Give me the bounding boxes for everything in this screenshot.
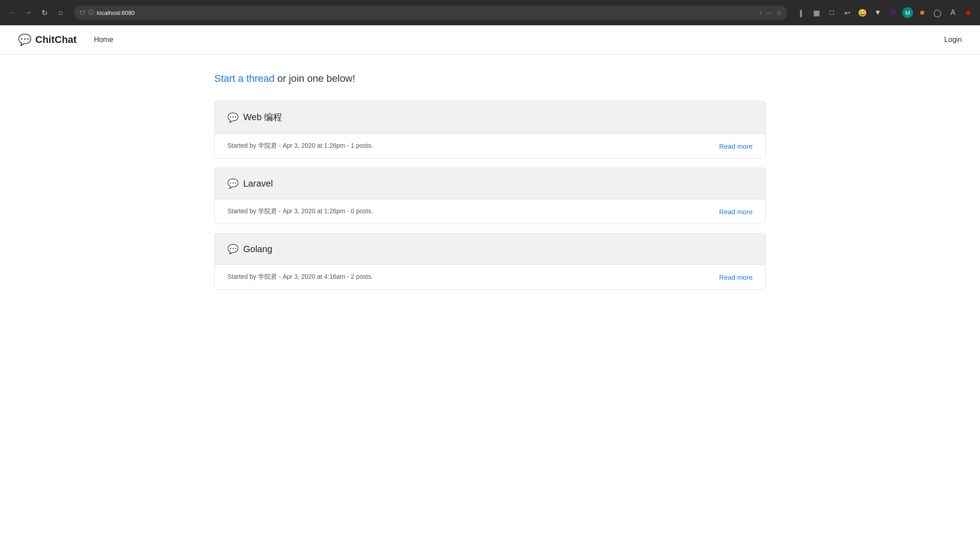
thread-chat-icon: 💬 bbox=[227, 178, 239, 189]
library-icon[interactable]: ‖ bbox=[795, 6, 807, 19]
dropdown-icon[interactable]: ▼ bbox=[872, 6, 884, 19]
onenote-icon[interactable]: N bbox=[887, 6, 900, 19]
thread-chat-icon: 💬 bbox=[227, 112, 239, 123]
start-thread-link[interactable]: Start a thread bbox=[214, 73, 274, 84]
chat-bubble-icon: 💬 bbox=[18, 33, 32, 46]
tagline-rest: or join one below! bbox=[274, 73, 355, 84]
read-more-link[interactable]: Read more bbox=[719, 273, 753, 281]
thread-title: Web 编程 bbox=[243, 111, 282, 123]
read-more-link[interactable]: Read more bbox=[719, 208, 753, 216]
bookmark-icon[interactable]: ☆ bbox=[776, 9, 782, 16]
forward-button[interactable]: → bbox=[22, 6, 34, 19]
thread-header: 💬 Laravel bbox=[215, 168, 765, 199]
thread-title: Laravel bbox=[243, 178, 273, 189]
undo-icon[interactable]: ↩ bbox=[841, 6, 853, 19]
read-more-link[interactable]: Read more bbox=[719, 142, 753, 150]
main-content: Start a thread or join one below! 💬 Web … bbox=[151, 55, 829, 317]
thread-meta: Started by 学院君 - Apr 3, 2020 at 1:26pm -… bbox=[227, 142, 373, 150]
more-icon[interactable]: ··· bbox=[766, 9, 772, 16]
thread-card: 💬 Golang Started by 学院君 - Apr 3, 2020 at… bbox=[214, 233, 766, 290]
reader-icon[interactable]: □ bbox=[825, 6, 838, 19]
circle-m-icon[interactable]: M bbox=[902, 7, 913, 18]
thread-footer: Started by 学院君 - Apr 3, 2020 at 1:26pm -… bbox=[215, 134, 765, 158]
login-link[interactable]: Login bbox=[944, 36, 962, 44]
back-button[interactable]: ← bbox=[5, 6, 18, 19]
app-header: 💬 ChitChat Home Login bbox=[0, 25, 980, 55]
address-actions: ⁝ ··· ☆ bbox=[760, 9, 782, 16]
thread-meta: Started by 学院君 - Apr 3, 2020 at 4:16am -… bbox=[227, 273, 373, 281]
nav-home-link[interactable]: Home bbox=[90, 34, 117, 46]
url-text: localhost:8080 bbox=[97, 9, 757, 16]
thread-meta: Started by 学院君 - Apr 3, 2020 at 1:26pm -… bbox=[227, 207, 373, 216]
thread-header: 💬 Golang bbox=[215, 234, 765, 265]
thread-title: Golang bbox=[243, 244, 273, 254]
thread-footer: Started by 学院君 - Apr 3, 2020 at 1:26pm -… bbox=[215, 199, 765, 224]
screenshot-icon[interactable]: ▦ bbox=[810, 6, 823, 19]
shield-icon: 🛡 bbox=[80, 9, 85, 16]
grid-icon[interactable]: ⁝ bbox=[760, 9, 762, 16]
page-tagline: Start a thread or join one below! bbox=[214, 73, 766, 84]
translate-icon[interactable]: A bbox=[947, 6, 959, 19]
thread-chat-icon: 💬 bbox=[227, 244, 239, 254]
thread-card: 💬 Laravel Started by 学院君 - Apr 3, 2020 a… bbox=[214, 168, 766, 224]
home-button[interactable]: ⌂ bbox=[54, 6, 67, 19]
app-logo[interactable]: 💬 ChitChat bbox=[18, 33, 77, 46]
browser-toolbar-right: ‖ ▦ □ ↩ 😀 ▼ N M ■ ◯ A ■! bbox=[795, 6, 975, 19]
browser-chrome: ← → ↻ ⌂ 🛡 ⓘ localhost:8080 ⁝ ··· ☆ ‖ ▦ □… bbox=[0, 0, 980, 25]
thread-footer: Started by 学院君 - Apr 3, 2020 at 4:16am -… bbox=[215, 265, 765, 289]
app-name: ChitChat bbox=[35, 34, 77, 46]
extensions-icon[interactable]: ■! bbox=[962, 6, 975, 19]
emoji-icon[interactable]: 😀 bbox=[856, 6, 869, 19]
thread-card: 💬 Web 编程 Started by 学院君 - Apr 3, 2020 at… bbox=[214, 101, 766, 159]
thread-header: 💬 Web 编程 bbox=[215, 101, 765, 134]
reload-button[interactable]: ↻ bbox=[38, 6, 51, 19]
puzzle-icon[interactable]: ■ bbox=[916, 6, 928, 19]
info-icon: ⓘ bbox=[88, 9, 94, 17]
account-icon[interactable]: ◯ bbox=[931, 6, 944, 19]
address-bar[interactable]: 🛡 ⓘ localhost:8080 ⁝ ··· ☆ bbox=[74, 5, 787, 20]
